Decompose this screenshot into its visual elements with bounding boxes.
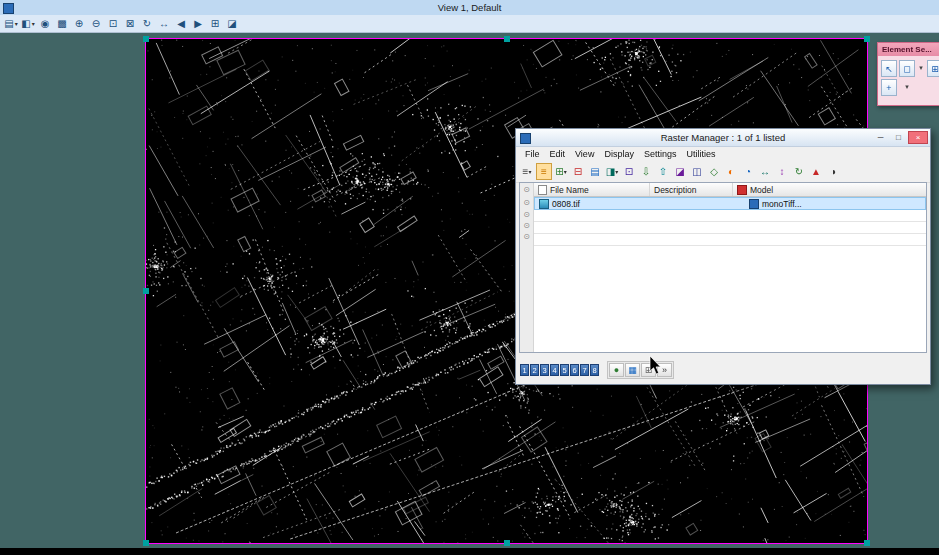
view-toggle-8[interactable]: 8 (590, 364, 599, 376)
empty-row (534, 210, 926, 222)
dropdown-arrow-icon: ▾ (528, 168, 531, 175)
histogram-icon[interactable]: ▲ (808, 163, 824, 180)
bottom-black-strip (0, 548, 939, 555)
row-visibility-icon[interactable]: ⊙ (520, 231, 533, 242)
view-toggle-1[interactable]: 1 (520, 364, 529, 376)
dropdown-arrow-icon[interactable]: ▾ (917, 60, 925, 75)
column-description[interactable]: Description (650, 183, 733, 196)
raster-manager-menubar: FileEditViewDisplaySettingsUtilities (516, 147, 930, 161)
import-raster-icon[interactable]: ⇩ (638, 163, 654, 180)
raster-list-header: File Name Description Model (534, 183, 926, 197)
copy-view-icon[interactable]: ⊞ (207, 17, 223, 31)
view-toggle-6[interactable]: 6 (570, 364, 579, 376)
zoom-out-icon[interactable]: ⊖ (88, 17, 104, 31)
raster-manager-titlebar[interactable]: Raster Manager : 1 of 1 listed ─ □ × (516, 129, 930, 147)
attach-raster-icon[interactable]: ⊞▾ (553, 163, 569, 180)
mirror-raster-icon[interactable]: ◐ (723, 163, 739, 180)
application-screen: View 1, Default ▤▾◧▾◉▩⊕⊖⊡⊠↻↔◀▶⊞◪ Element… (0, 0, 939, 555)
export-raster-icon[interactable]: ⇧ (655, 163, 671, 180)
menu-edit[interactable]: Edit (545, 149, 571, 159)
clip-volume-icon[interactable]: ◪ (224, 17, 240, 31)
menu-view[interactable]: View (570, 149, 599, 159)
detach-raster-icon[interactable]: ⊟ (570, 163, 586, 180)
view-attributes-icon[interactable]: ▤▾ (3, 17, 19, 31)
minimize-button[interactable]: ─ (872, 131, 889, 144)
scale-raster-icon[interactable]: ↕ (774, 163, 790, 180)
unclip-raster-icon[interactable]: ◇ (706, 163, 722, 180)
row-visibility-icon[interactable]: ⊙ (520, 196, 533, 209)
window-area-icon[interactable]: ⊡ (105, 17, 121, 31)
map-view-icon[interactable]: ▦ (625, 363, 640, 377)
menu-settings[interactable]: Settings (639, 149, 682, 159)
view-toggle-group: 12345678 (520, 364, 599, 376)
fit-view-icon[interactable]: ⊠ (122, 17, 138, 31)
selection-handle-n[interactable] (504, 36, 510, 42)
raster-manager-bottombar: 12345678 ●▦⊞» (520, 361, 926, 379)
details-view-icon[interactable]: ≡ (536, 163, 552, 180)
update-view-icon[interactable]: ▩ (54, 17, 70, 31)
bottom-icon-group: ●▦⊞» (607, 361, 674, 379)
open-raster-icon[interactable]: ◨▾ (604, 163, 620, 180)
maximize-button[interactable]: □ (890, 131, 907, 144)
selection-handle-w[interactable] (143, 288, 149, 294)
row-visibility-icon[interactable]: ⊙ (520, 209, 533, 220)
raster-manager-dialog: Raster Manager : 1 of 1 listed ─ □ × Fil… (515, 128, 931, 385)
georeference-icon[interactable]: ● (609, 363, 624, 377)
row-visibility-icon[interactable]: ⊙ (520, 183, 533, 196)
view-next-icon[interactable]: ▶ (190, 17, 206, 31)
selection-handle-sw[interactable] (143, 540, 149, 546)
cell-model: monoTiff... (734, 199, 925, 209)
view-toggle-4[interactable]: 4 (550, 364, 559, 376)
raster-table: File Name Description Model 0808.tif (534, 183, 926, 352)
menu-utilities[interactable]: Utilities (681, 149, 720, 159)
menu-file[interactable]: File (520, 149, 545, 159)
add-mode-icon[interactable]: + (881, 79, 897, 96)
close-button[interactable]: × (908, 131, 928, 144)
raster-list-gutter: ⊙⊙⊙⊙⊙ (520, 183, 534, 352)
selection-handle-ne[interactable] (864, 36, 870, 42)
selection-handle-s[interactable] (504, 540, 510, 546)
selection-handle-nw[interactable] (143, 36, 149, 42)
view-toggle-2[interactable]: 2 (530, 364, 539, 376)
row-visibility-icon[interactable]: ⊙ (520, 220, 533, 231)
window-controls: ─ □ × (872, 131, 928, 144)
select-individual-icon[interactable]: ↖ (881, 60, 897, 77)
window-menu-icon[interactable] (3, 3, 14, 14)
raster-row-selected[interactable]: 0808.tif monoTiff... (534, 197, 926, 210)
save-raster-icon[interactable]: ⊡ (621, 163, 637, 180)
dropdown-arrow-icon[interactable]: ▾ (899, 79, 915, 94)
view-toggle-3[interactable]: 3 (540, 364, 549, 376)
column-file-name[interactable]: File Name (534, 183, 650, 196)
view-window-title: View 1, Default (438, 2, 502, 13)
list-format-menu-icon[interactable]: ≡▾ (519, 163, 535, 180)
pan-view-icon[interactable]: ↔ (156, 17, 172, 31)
menu-display[interactable]: Display (599, 149, 639, 159)
dropdown-arrow-icon: ▾ (15, 20, 18, 27)
view-window-titlebar[interactable]: View 1, Default (0, 0, 939, 15)
view-toolbar: ▤▾◧▾◉▩⊕⊖⊡⊠↻↔◀▶⊞◪ (0, 15, 939, 33)
raster-file-icon (539, 199, 549, 209)
raster-properties-icon[interactable]: ▤ (587, 163, 603, 180)
view-previous-icon[interactable]: ◀ (173, 17, 189, 31)
element-selection-titlebar[interactable]: Element Se... (878, 43, 939, 56)
empty-rows (534, 210, 926, 246)
select-shape-icon[interactable]: ⊞ (927, 60, 939, 77)
view-display-style-icon[interactable]: ◧▾ (20, 17, 36, 31)
raster-manager-title: Raster Manager : 1 of 1 listed (661, 132, 786, 143)
element-selection-body: ↖◻▾⊞+▾ (878, 56, 939, 100)
empty-row (534, 234, 926, 246)
rotate-raster-icon[interactable]: ↻ (791, 163, 807, 180)
view-toggle-7[interactable]: 7 (580, 364, 589, 376)
move-raster-icon[interactable]: ↔ (757, 163, 773, 180)
view-toggle-5[interactable]: 5 (560, 364, 569, 376)
zoom-in-icon[interactable]: ⊕ (71, 17, 87, 31)
warp-raster-icon[interactable]: ◔ (740, 163, 756, 180)
mask-raster-icon[interactable]: ◫ (689, 163, 705, 180)
select-block-icon[interactable]: ◻ (899, 60, 915, 77)
selection-handle-se[interactable] (864, 540, 870, 546)
column-model[interactable]: Model (733, 183, 926, 196)
contrast-icon[interactable]: ◑ (825, 163, 841, 180)
clip-raster-icon[interactable]: ◪ (672, 163, 688, 180)
adjust-brightness-icon[interactable]: ◉ (37, 17, 53, 31)
rotate-view-icon[interactable]: ↻ (139, 17, 155, 31)
